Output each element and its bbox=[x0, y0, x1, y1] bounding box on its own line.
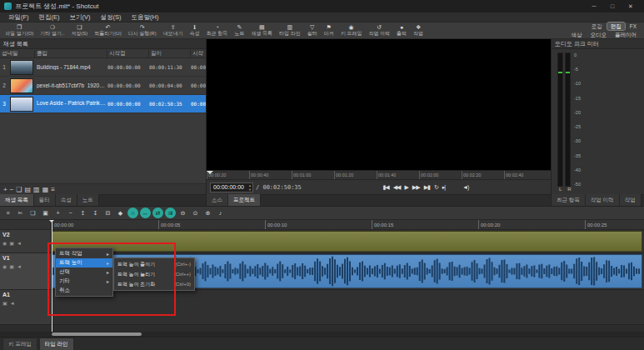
history-button[interactable]: ↺작업 이력 bbox=[365, 22, 393, 38]
ripple-all-toggle[interactable]: ⇉ bbox=[165, 208, 176, 218]
tab-filters[interactable]: 필터 bbox=[34, 194, 56, 206]
redo-button[interactable]: ↷다시 실행(R) bbox=[125, 22, 160, 38]
snap-toggle[interactable]: ∩ bbox=[127, 208, 138, 218]
close-button[interactable]: ✕ bbox=[622, 0, 640, 12]
play-button[interactable]: ▶ bbox=[404, 183, 407, 191]
tab-recent[interactable]: 최근 항목 bbox=[552, 194, 586, 206]
mute-icon[interactable]: ◄ bbox=[17, 262, 22, 270]
layout-fx[interactable]: FX bbox=[627, 22, 640, 30]
keyframes-button[interactable]: ◉키 프레임 bbox=[337, 22, 366, 38]
timeline-button[interactable]: ▥타임 라인 bbox=[276, 22, 304, 38]
remove-button[interactable]: − bbox=[10, 184, 14, 195]
menu-selection[interactable]: 선택 bbox=[56, 268, 112, 277]
lift-button[interactable]: ↥ bbox=[77, 208, 88, 218]
playlist-button[interactable]: ▤재생 목록 bbox=[247, 22, 276, 38]
column-header[interactable]: 시작 bbox=[191, 50, 206, 58]
layout-color[interactable]: 색상 bbox=[568, 31, 586, 38]
paste-button[interactable]: ▣ bbox=[40, 208, 51, 218]
loop-button[interactable]: ↻ bbox=[434, 183, 438, 191]
menu-cancel[interactable]: 취소 bbox=[56, 286, 112, 295]
menu-file[interactable]: 파일(F) bbox=[3, 13, 34, 22]
in-out-button[interactable]: ▸| bbox=[442, 183, 445, 191]
menu-settings[interactable]: 설정(S) bbox=[96, 13, 127, 22]
track-head-v1[interactable]: V1 ◉▣◄ bbox=[0, 253, 52, 289]
volume-button[interactable]: ◄) bbox=[462, 183, 468, 191]
layout-logging[interactable]: 로깅 bbox=[588, 22, 606, 30]
append-button[interactable]: + bbox=[3, 184, 7, 195]
timecode-spinner[interactable]: ▲ ▼ bbox=[248, 183, 252, 192]
view-icons-button[interactable]: ▦ bbox=[42, 184, 49, 195]
append-button[interactable]: + bbox=[52, 208, 63, 218]
view-details-button[interactable]: ▤ bbox=[25, 184, 32, 195]
tab-notes[interactable]: 노트 bbox=[77, 194, 99, 206]
tab-keyframes[interactable]: 키 프레임 bbox=[2, 338, 37, 350]
open-file-button[interactable]: ❒파일 열기(O) bbox=[2, 22, 37, 38]
filters-button[interactable]: ▽필터 bbox=[304, 22, 321, 38]
hide-icon[interactable]: ◉ bbox=[2, 239, 7, 247]
mute-icon[interactable]: ◄ bbox=[10, 299, 15, 307]
tab-source[interactable]: 소스 bbox=[207, 194, 228, 206]
record-audio-button[interactable]: ♪ bbox=[215, 208, 226, 218]
output-button[interactable]: ●출력 bbox=[393, 22, 410, 38]
track-lane-a1[interactable] bbox=[52, 290, 644, 324]
player-seek-bar[interactable]: 00:00:2000:00:4000:01:0000:01:2000:01:40… bbox=[207, 170, 551, 179]
zoom-fit-button[interactable]: ⊙ bbox=[190, 208, 201, 218]
ripple-toggle[interactable]: ⇄ bbox=[152, 208, 163, 218]
ripple-delete-button[interactable]: − bbox=[65, 208, 76, 218]
markers-button[interactable]: ◆ bbox=[115, 208, 126, 218]
notes-button[interactable]: ✎노트 bbox=[231, 22, 247, 38]
maximize-button[interactable]: □ bbox=[603, 0, 622, 12]
layout-audio[interactable]: 오디오 bbox=[587, 31, 611, 38]
copy-button[interactable]: ❏ bbox=[27, 208, 38, 218]
split-button[interactable]: ⊟ bbox=[102, 208, 113, 218]
column-header[interactable]: 시작점 bbox=[107, 50, 149, 58]
cut-button[interactable]: ✂ bbox=[15, 208, 26, 218]
track-head-v2[interactable]: V2 ◉▣◄ bbox=[0, 230, 52, 252]
hide-icon[interactable]: ◉ bbox=[2, 262, 7, 270]
markers-button[interactable]: ⚑마커 bbox=[321, 22, 337, 38]
copy-button[interactable]: ❏ bbox=[16, 184, 22, 195]
timeline-hscrollbar[interactable] bbox=[0, 332, 644, 337]
tab-timeline[interactable]: 타임 라인 bbox=[39, 338, 74, 350]
fast-forward-button[interactable]: ▶▶ bbox=[412, 183, 420, 191]
lock-icon[interactable]: ▣ bbox=[2, 299, 7, 307]
minimize-button[interactable]: ─ bbox=[585, 0, 603, 12]
menu-view[interactable]: 보기(V) bbox=[65, 13, 96, 22]
rewind-button[interactable]: ◀◀ bbox=[393, 183, 401, 191]
menu-reset-track-height[interactable]: 트랙 높이 초기화(Ctrl+0) bbox=[114, 279, 194, 289]
zoom-out-button[interactable]: ⊖ bbox=[177, 208, 188, 218]
layout-editing[interactable]: 편집 bbox=[607, 22, 625, 30]
properties-button[interactable]: ℹ속성 bbox=[187, 22, 203, 38]
tab-properties[interactable]: 속성 bbox=[56, 194, 77, 206]
menu-help[interactable]: 도움말(H) bbox=[127, 13, 164, 22]
spinner-down-icon[interactable]: ▼ bbox=[248, 188, 252, 192]
lock-icon[interactable]: ▣ bbox=[9, 239, 14, 247]
menu-edit[interactable]: 편집(E) bbox=[34, 13, 65, 22]
timeline-menu-button[interactable]: ≡ bbox=[2, 208, 13, 218]
export-button[interactable]: ⇧내보내기 bbox=[160, 22, 187, 38]
recent-button[interactable]: ◔최근 항목 bbox=[203, 22, 232, 38]
menu-other[interactable]: 기타 bbox=[56, 277, 112, 286]
timeline-playhead[interactable] bbox=[52, 220, 52, 332]
undo-button[interactable]: ↶되돌리기(U) bbox=[91, 22, 124, 38]
column-header[interactable]: 섬네일 bbox=[0, 50, 35, 58]
menu-track-height[interactable]: 트랙 높이 bbox=[56, 258, 112, 268]
current-position-field[interactable]: 00:00:00:00 ▲ ▼ bbox=[210, 182, 253, 192]
playlist-menu-button[interactable]: ≡ bbox=[51, 184, 55, 195]
tab-jobs[interactable]: 작업 bbox=[620, 194, 642, 206]
skip-start-button[interactable]: ▮◀ bbox=[382, 183, 388, 191]
tab-project[interactable]: 프로젝트 bbox=[228, 194, 261, 206]
menu-make-tracks-shorter[interactable]: 트랙 높이 줄이기(Ctrl+-) bbox=[114, 259, 194, 269]
lock-icon[interactable]: ▣ bbox=[9, 262, 14, 270]
menu-track-operations[interactable]: 트랙 작업 bbox=[56, 249, 112, 258]
view-tiles-button[interactable]: ▥ bbox=[33, 184, 40, 195]
playlist-row-3-selected[interactable]: 3 Love Aside - Patrick Patrikios-한잔방스타르희… bbox=[0, 95, 206, 113]
track-head-a1[interactable]: A1 ▣◄ bbox=[0, 290, 52, 324]
track-lane-v2[interactable] bbox=[52, 230, 644, 252]
zoom-in-button[interactable]: ⊕ bbox=[202, 208, 213, 218]
open-other-button[interactable]: ❍기타 열기.. bbox=[37, 22, 67, 38]
save-button[interactable]: ❑저장(S) bbox=[67, 22, 91, 38]
playlist-row-1[interactable]: 1 Buildings - 71844.mp4 00:00:00:00 00:0… bbox=[0, 58, 206, 77]
scrollbar-thumb[interactable] bbox=[52, 332, 142, 336]
mute-icon[interactable]: ◄ bbox=[17, 239, 22, 247]
